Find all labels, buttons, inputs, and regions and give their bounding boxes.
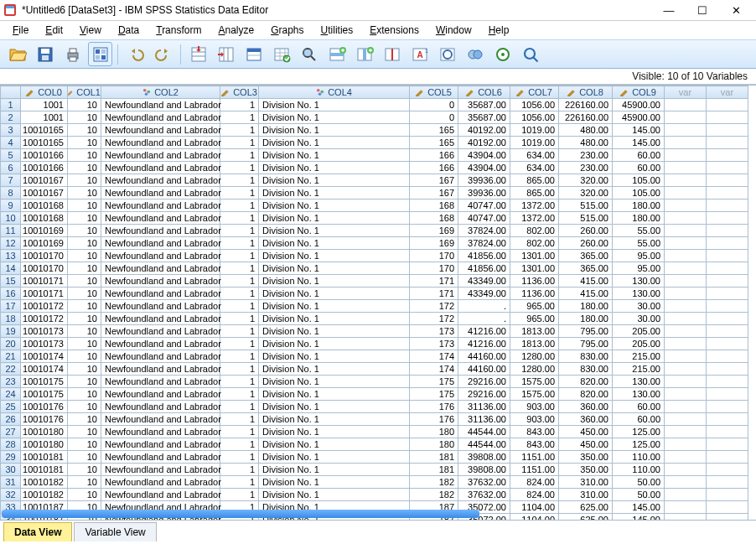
cell[interactable]: Newfoundland and Labrador <box>101 124 220 137</box>
cell[interactable]: Division No. 1 <box>259 124 410 137</box>
cell[interactable]: 903.00 <box>510 413 559 426</box>
cell-empty[interactable] <box>665 162 707 174</box>
cell-empty[interactable] <box>665 250 707 262</box>
cell[interactable]: Division No. 1 <box>259 187 410 199</box>
cell[interactable]: 10 <box>68 187 101 199</box>
cell[interactable]: 1813.00 <box>510 338 559 350</box>
cell[interactable]: Newfoundland and Labrador <box>101 476 220 489</box>
cell[interactable]: Division No. 1 <box>259 149 410 162</box>
cell[interactable]: 1 <box>220 199 259 212</box>
cell[interactable]: 795.00 <box>559 325 613 338</box>
cell[interactable]: Newfoundland and Labrador <box>101 464 220 476</box>
row-number[interactable]: 21 <box>1 350 21 363</box>
cell[interactable]: 125.00 <box>613 438 665 451</box>
cell[interactable]: 60.00 <box>613 401 665 413</box>
cell[interactable]: 40747.00 <box>458 199 510 212</box>
cell[interactable]: 205.00 <box>613 325 665 338</box>
cell[interactable]: Division No. 1 <box>259 350 410 363</box>
cell[interactable]: Newfoundland and Labrador <box>101 199 220 212</box>
cell-empty[interactable] <box>665 476 707 489</box>
cell-empty[interactable] <box>707 363 748 376</box>
variables-icon[interactable] <box>241 42 266 66</box>
cell[interactable]: 1136.00 <box>510 288 559 300</box>
menu-utilities[interactable]: Utilities <box>313 23 361 38</box>
cell-empty[interactable] <box>665 137 707 149</box>
search-icon[interactable] <box>518 42 542 66</box>
cell[interactable]: 10 <box>68 262 101 275</box>
cell[interactable]: Newfoundland and Labrador <box>101 376 220 388</box>
cell[interactable]: Division No. 1 <box>259 338 410 350</box>
cell[interactable]: 60.00 <box>613 149 665 162</box>
cell[interactable]: 830.00 <box>559 363 613 376</box>
cell-empty[interactable] <box>665 413 707 426</box>
undo-icon[interactable] <box>123 42 148 66</box>
cell[interactable]: 215.00 <box>613 363 665 376</box>
cell[interactable]: 260.00 <box>559 237 613 250</box>
cell[interactable]: 320.00 <box>559 174 613 187</box>
cell[interactable]: 415.00 <box>559 275 613 288</box>
column-header-empty[interactable]: var <box>707 86 748 99</box>
cell[interactable]: 226160.00 <box>559 111 613 124</box>
cell[interactable]: 1 <box>220 350 259 363</box>
cell[interactable]: 365.00 <box>559 262 613 275</box>
cell[interactable]: 44160.00 <box>458 363 510 376</box>
cell[interactable]: 130.00 <box>613 288 665 300</box>
cell[interactable]: Newfoundland and Labrador <box>101 250 220 262</box>
cell[interactable]: 130.00 <box>613 376 665 388</box>
cell[interactable]: Division No. 1 <box>259 489 410 501</box>
cell[interactable]: 480.00 <box>559 137 613 149</box>
cell[interactable]: 10010180 <box>21 426 68 438</box>
row-number[interactable]: 30 <box>1 464 21 476</box>
cell[interactable]: 360.00 <box>559 413 613 426</box>
cell[interactable]: Division No. 1 <box>259 401 410 413</box>
cell-empty[interactable] <box>665 187 707 199</box>
cell-empty[interactable] <box>707 199 748 212</box>
cell-empty[interactable] <box>707 162 748 174</box>
cell[interactable]: 1 <box>220 262 259 275</box>
row-number[interactable]: 12 <box>1 237 21 250</box>
cell[interactable]: 1372.00 <box>510 199 559 212</box>
split-file-icon[interactable] <box>380 42 404 66</box>
cell[interactable]: 843.00 <box>510 438 559 451</box>
row-number[interactable]: 26 <box>1 413 21 426</box>
cell[interactable]: 865.00 <box>510 174 559 187</box>
cell[interactable]: 180.00 <box>613 212 665 225</box>
cell[interactable]: 1575.00 <box>510 388 559 401</box>
goto-variable-icon[interactable] <box>214 42 238 66</box>
cell[interactable]: 480.00 <box>559 124 613 137</box>
cell[interactable]: 41856.00 <box>458 250 510 262</box>
cell[interactable]: 10010180 <box>21 438 68 451</box>
cell[interactable]: Division No. 1 <box>259 300 410 313</box>
cell[interactable]: 1575.00 <box>510 376 559 388</box>
cell[interactable]: 0 <box>410 111 458 124</box>
print-icon[interactable] <box>60 42 85 66</box>
menu-window[interactable]: Window <box>428 23 479 38</box>
cell-empty[interactable] <box>707 376 748 388</box>
cell-empty[interactable] <box>665 300 707 313</box>
cell[interactable]: Newfoundland and Labrador <box>101 426 220 438</box>
cell[interactable]: 1 <box>220 149 259 162</box>
cell[interactable]: 10010174 <box>21 363 68 376</box>
cell[interactable]: 10 <box>68 288 101 300</box>
column-header-col7[interactable]: COL7 <box>510 86 559 99</box>
cell-empty[interactable] <box>665 124 707 137</box>
open-icon[interactable] <box>5 42 29 66</box>
cell[interactable]: 176 <box>410 413 458 426</box>
cell[interactable]: 10 <box>68 313 101 325</box>
cell[interactable]: 1056.00 <box>510 111 559 124</box>
cell[interactable]: 10010176 <box>21 401 68 413</box>
row-number[interactable]: 7 <box>1 174 21 187</box>
cell[interactable]: 1280.00 <box>510 363 559 376</box>
column-header-col3[interactable]: COL3 <box>220 86 259 99</box>
cell[interactable]: 515.00 <box>559 212 613 225</box>
cell[interactable]: 1372.00 <box>510 212 559 225</box>
row-number[interactable]: 17 <box>1 300 21 313</box>
menu-transform[interactable]: Transform <box>148 23 209 38</box>
cell[interactable]: 10010169 <box>21 225 68 237</box>
cell[interactable]: Newfoundland and Labrador <box>101 451 220 464</box>
row-number[interactable]: 15 <box>1 275 21 288</box>
cell[interactable]: 45900.00 <box>613 111 665 124</box>
cell[interactable]: 171 <box>410 275 458 288</box>
cell[interactable]: 10 <box>68 99 101 111</box>
cell[interactable]: Newfoundland and Labrador <box>101 325 220 338</box>
